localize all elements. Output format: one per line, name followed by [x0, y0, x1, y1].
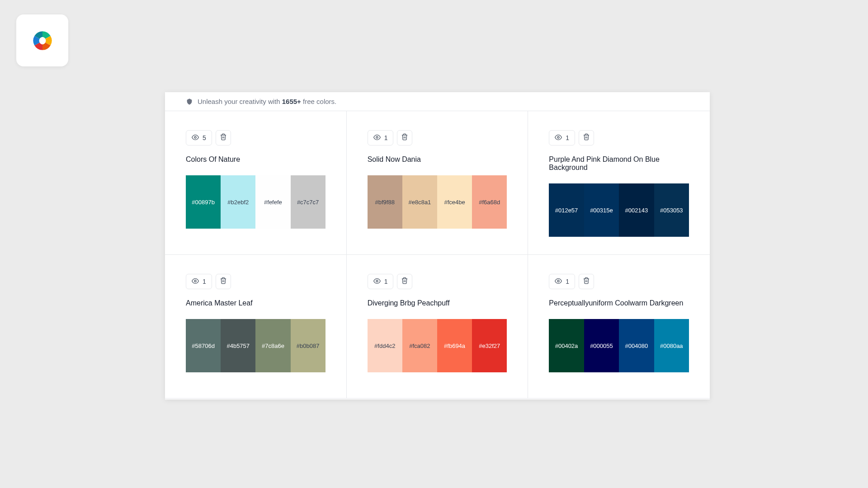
tagline-suffix: free colors.	[301, 98, 336, 105]
swatch-row: #bf9f88#e8c8a1#fce4be#f6a68d	[368, 175, 507, 229]
eye-icon	[192, 277, 199, 286]
color-swatch[interactable]: #e32f27	[472, 319, 507, 372]
swatch-row: #58706d#4b5757#7c8a6e#b0b087	[186, 319, 326, 372]
color-swatch[interactable]: #0080aa	[654, 319, 689, 372]
views-button[interactable]: 1	[549, 274, 575, 289]
palette-card: 5Colors Of Nature#00897b#b2ebf2#fefefe#c…	[165, 111, 347, 255]
logo-icon	[31, 29, 54, 52]
svg-point-0	[194, 136, 196, 138]
color-swatch[interactable]: #58706d	[186, 319, 221, 372]
svg-point-5	[557, 280, 559, 282]
card-actions: 1	[549, 274, 689, 289]
color-swatch[interactable]: #b2ebf2	[221, 175, 255, 229]
color-swatch[interactable]: #fdd4c2	[368, 319, 402, 372]
tagline-text: Unleash your creativity with 1655+ free …	[198, 98, 336, 105]
svg-point-2	[557, 136, 559, 138]
palette-card: 1Diverging Brbg Peachpuff#fdd4c2#fca082#…	[347, 255, 528, 399]
color-swatch[interactable]: #00897b	[186, 175, 221, 229]
card-actions: 1	[368, 274, 507, 289]
svg-point-1	[376, 136, 378, 138]
eye-icon	[555, 134, 562, 142]
views-button[interactable]: 1	[549, 130, 575, 145]
palette-title[interactable]: Diverging Brbg Peachpuff	[368, 299, 507, 307]
trash-icon	[583, 133, 590, 142]
color-swatch[interactable]: #00315e	[584, 183, 619, 237]
views-count: 1	[566, 134, 569, 141]
trash-icon	[220, 277, 227, 286]
color-swatch[interactable]: #053053	[654, 183, 689, 237]
color-swatch[interactable]: #b0b087	[291, 319, 326, 372]
card-actions: 1	[368, 130, 507, 145]
color-swatch[interactable]: #e8c8a1	[402, 175, 437, 229]
card-actions: 1	[549, 130, 689, 145]
trash-icon	[583, 277, 590, 286]
views-count: 1	[384, 134, 388, 141]
tagline-prefix: Unleash your creativity with	[198, 98, 282, 105]
tagline-count: 1655+	[282, 98, 301, 105]
app-logo[interactable]	[16, 14, 68, 66]
delete-button[interactable]	[579, 274, 594, 289]
views-button[interactable]: 5	[186, 130, 212, 145]
svg-point-4	[376, 280, 378, 282]
eye-icon	[373, 277, 381, 286]
delete-button[interactable]	[579, 130, 594, 145]
palette-title[interactable]: Colors Of Nature	[186, 155, 326, 164]
delete-button[interactable]	[397, 130, 412, 145]
color-swatch[interactable]: #fca082	[402, 319, 437, 372]
color-swatch[interactable]: #7c8a6e	[255, 319, 290, 372]
palette-card: 1Solid Now Dania#bf9f88#e8c8a1#fce4be#f6…	[347, 111, 528, 255]
trash-icon	[220, 133, 227, 142]
views-count: 1	[566, 278, 569, 285]
delete-button[interactable]	[216, 130, 231, 145]
eye-icon	[555, 277, 562, 286]
color-swatch[interactable]: #012e57	[549, 183, 584, 237]
color-swatch[interactable]: #000055	[584, 319, 619, 372]
views-button[interactable]: 1	[368, 130, 394, 145]
delete-button[interactable]	[397, 274, 412, 289]
palette-card: 1Purple And Pink Diamond On Blue Backgro…	[528, 111, 710, 255]
card-actions: 5	[186, 130, 326, 145]
shield-icon	[186, 98, 193, 105]
color-swatch[interactable]: #004080	[619, 319, 654, 372]
palette-title[interactable]: America Master Leaf	[186, 299, 326, 307]
eye-icon	[373, 134, 381, 142]
color-swatch[interactable]: #fb694a	[437, 319, 472, 372]
card-actions: 1	[186, 274, 326, 289]
views-button[interactable]: 1	[368, 274, 394, 289]
color-swatch[interactable]: #00402a	[549, 319, 584, 372]
eye-icon	[192, 134, 199, 142]
swatch-row: #012e57#00315e#002143#053053	[549, 183, 689, 237]
color-swatch[interactable]: #fefefe	[255, 175, 290, 229]
swatch-row: #00402a#000055#004080#0080aa	[549, 319, 689, 372]
palette-title[interactable]: Solid Now Dania	[368, 155, 507, 164]
color-swatch[interactable]: #002143	[619, 183, 654, 237]
palette-card: 1Perceptuallyuniform Coolwarm Darkgreen#…	[528, 255, 710, 399]
trash-icon	[401, 277, 408, 286]
svg-point-3	[194, 280, 196, 282]
palette-title[interactable]: Perceptuallyuniform Coolwarm Darkgreen	[549, 299, 689, 307]
views-button[interactable]: 1	[186, 274, 212, 289]
delete-button[interactable]	[216, 274, 231, 289]
palette-title[interactable]: Purple And Pink Diamond On Blue Backgrou…	[549, 155, 689, 172]
views-count: 5	[203, 134, 206, 141]
swatch-row: #fdd4c2#fca082#fb694a#e32f27	[368, 319, 507, 372]
color-swatch[interactable]: #bf9f88	[368, 175, 402, 229]
swatch-row: #00897b#b2ebf2#fefefe#c7c7c7	[186, 175, 326, 229]
palette-panel: Unleash your creativity with 1655+ free …	[165, 92, 710, 399]
views-count: 1	[203, 278, 206, 285]
color-swatch[interactable]: #fce4be	[437, 175, 472, 229]
views-count: 1	[384, 278, 388, 285]
color-swatch[interactable]: #4b5757	[221, 319, 255, 372]
palette-grid: 5Colors Of Nature#00897b#b2ebf2#fefefe#c…	[165, 111, 710, 399]
color-swatch[interactable]: #c7c7c7	[291, 175, 326, 229]
trash-icon	[401, 133, 408, 142]
color-swatch[interactable]: #f6a68d	[472, 175, 507, 229]
tagline: Unleash your creativity with 1655+ free …	[165, 92, 710, 111]
palette-card: 1America Master Leaf#58706d#4b5757#7c8a6…	[165, 255, 347, 399]
